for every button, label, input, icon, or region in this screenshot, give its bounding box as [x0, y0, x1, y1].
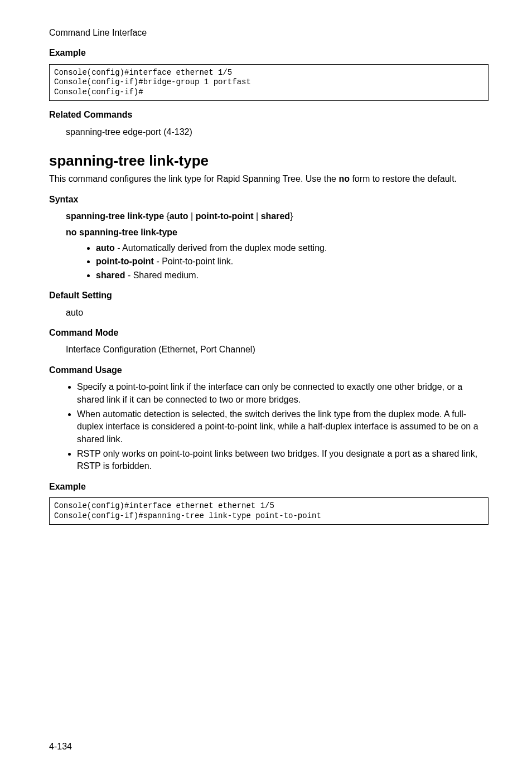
- list-item: When automatic detection is selected, th…: [77, 408, 489, 446]
- related-commands-text: spanning-tree edge-port (4-132): [66, 126, 489, 138]
- example1-heading: Example: [49, 47, 489, 59]
- syntax-open: {: [164, 211, 170, 221]
- example2-heading: Example: [49, 481, 489, 493]
- param-desc: - Shared medium.: [125, 270, 199, 280]
- command-mode-heading: Command Mode: [49, 327, 489, 339]
- syntax-opt2: point-to-point: [196, 211, 254, 221]
- intro-part1: This command configures the link type fo…: [49, 174, 338, 183]
- list-item: auto - Automatically derived from the du…: [96, 242, 489, 254]
- default-setting-heading: Default Setting: [49, 289, 489, 302]
- command-usage-list: Specify a point-to-point link if the int…: [49, 381, 489, 473]
- param-keyword: shared: [96, 270, 125, 280]
- syntax-params-list: auto - Automatically derived from the du…: [49, 242, 489, 282]
- list-item: Specify a point-to-point link if the int…: [77, 381, 489, 406]
- example2-code: Console(config)#interface ethernet ether…: [49, 497, 489, 525]
- command-usage-heading: Command Usage: [49, 364, 489, 376]
- syntax-cmd: spanning-tree link-type: [66, 211, 164, 221]
- default-setting-text: auto: [66, 307, 489, 319]
- param-keyword: point-to-point: [96, 257, 154, 266]
- list-item: shared - Shared medium.: [96, 269, 489, 282]
- related-commands-heading: Related Commands: [49, 109, 489, 121]
- syntax-sep2: |: [254, 211, 261, 221]
- param-desc: - Automatically derived from the duplex …: [115, 243, 327, 253]
- example1-code: Console(config)#interface ethernet 1/5 C…: [49, 64, 489, 101]
- syntax-opt3: shared: [261, 211, 290, 221]
- intro-part2: form to restore the default.: [350, 174, 457, 183]
- running-head: Command Line Interface: [49, 27, 489, 39]
- list-item: point-to-point - Point-to-point link.: [96, 255, 489, 268]
- param-desc: - Point-to-point link.: [154, 257, 233, 266]
- command-mode-text: Interface Configuration (Ethernet, Port …: [66, 344, 489, 356]
- syntax-close: }: [290, 211, 293, 221]
- intro-paragraph: This command configures the link type fo…: [49, 173, 489, 185]
- syntax-opt1: auto: [170, 211, 188, 221]
- command-title: spanning-tree link-type: [49, 151, 489, 171]
- list-item: RSTP only works on point-to-point links …: [77, 448, 489, 473]
- intro-bold: no: [338, 174, 350, 183]
- syntax-line1: spanning-tree link-type {auto | point-to…: [49, 210, 489, 222]
- syntax-line2: no spanning-tree link-type: [49, 226, 489, 239]
- syntax-heading: Syntax: [49, 194, 489, 206]
- syntax-sep1: |: [188, 211, 196, 221]
- param-keyword: auto: [96, 243, 115, 253]
